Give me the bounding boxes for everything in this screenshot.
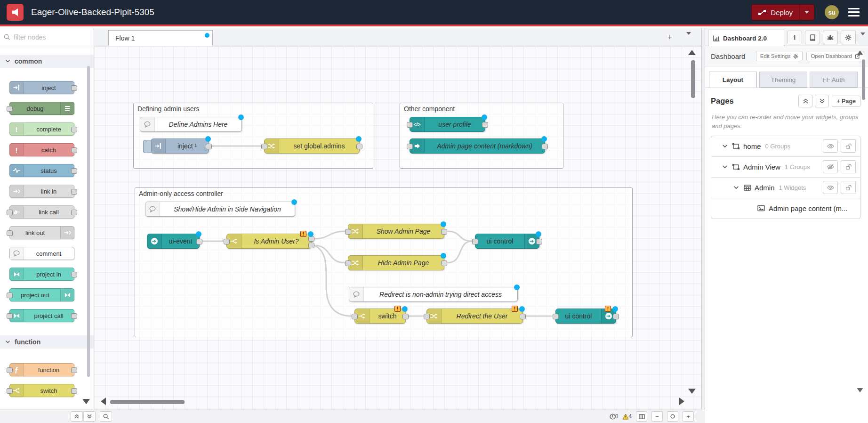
palette-node-project-in[interactable]: project in xyxy=(9,268,74,281)
palette-node-complete[interactable]: ! complete xyxy=(9,122,74,136)
navigator-toggle-button[interactable] xyxy=(636,411,647,422)
warning-icon: ! xyxy=(394,306,401,312)
palette-node-link-call[interactable]: link call xyxy=(9,205,74,219)
help-tab-button[interactable] xyxy=(805,31,820,44)
node-comment-redirect[interactable]: Redirect is non-admin trying direct acce… xyxy=(349,287,518,302)
sidebar-scroll-up-icon[interactable] xyxy=(857,50,863,55)
node-comment-showhide-admin[interactable]: Show/Hide Admin in Side Navigation xyxy=(145,202,295,217)
add-flow-button[interactable]: + xyxy=(667,33,672,41)
sidebar-splitter[interactable] xyxy=(701,28,705,423)
palette-scrollbar[interactable] xyxy=(87,66,90,377)
chevron-down-icon[interactable] xyxy=(734,186,741,189)
flow-list-button[interactable] xyxy=(686,35,691,43)
palette-category-common[interactable]: common xyxy=(0,55,94,68)
palette-scroll-down-icon[interactable] xyxy=(82,399,90,404)
tree-row-home[interactable]: home 0 Groups xyxy=(711,136,860,156)
sidebar-tab-bar: Dashboard 2.0 i xyxy=(705,28,868,46)
visibility-button[interactable] xyxy=(823,160,838,173)
warning-icon: ! xyxy=(605,306,611,312)
tab-flow-1[interactable]: Flow 1 xyxy=(108,30,213,47)
palette-node-debug[interactable]: debug xyxy=(9,102,74,115)
info-tab-button[interactable]: i xyxy=(787,31,802,44)
user-avatar[interactable]: su xyxy=(825,5,839,19)
node-inject[interactable]: inject ¹ xyxy=(151,138,209,154)
visibility-button[interactable] xyxy=(823,181,838,194)
tab-ff-auth[interactable]: FF Auth xyxy=(810,72,858,88)
node-user-profile[interactable]: </> user profile xyxy=(410,117,485,132)
palette-node-project-out[interactable]: project out xyxy=(9,288,74,301)
complete-icon: ! xyxy=(10,123,24,135)
node-switch[interactable]: switch ! xyxy=(354,309,406,324)
palette-category-function[interactable]: function xyxy=(0,335,94,349)
flow-grid[interactable]: Defining admin users Other component Adm… xyxy=(94,46,701,409)
node-admin-page-content[interactable]: Admin page content (markdown) xyxy=(410,138,545,154)
palette-node-link-out[interactable]: link out xyxy=(9,226,74,239)
lock-button[interactable] xyxy=(841,139,856,153)
expand-all-button[interactable] xyxy=(815,95,829,107)
node-is-admin-user[interactable]: Is Admin User? ! xyxy=(226,234,312,249)
palette-node-project-call[interactable]: project call xyxy=(9,309,74,322)
warning-count-toggle[interactable]: 4 xyxy=(622,413,632,420)
collapse-all-button[interactable] xyxy=(798,95,812,107)
lock-button[interactable] xyxy=(841,160,856,173)
palette-node-catch[interactable]: ! catch xyxy=(9,143,74,156)
palette-filter-input[interactable] xyxy=(13,33,80,41)
palette-node-status[interactable]: status xyxy=(9,164,74,177)
sidebar-menu-button[interactable] xyxy=(860,35,865,44)
palette-collapse-all-button[interactable] xyxy=(71,411,83,422)
tab-theming[interactable]: Theming xyxy=(759,72,807,88)
chevron-down-icon[interactable] xyxy=(723,165,730,169)
node-show-admin-page[interactable]: Show Admin Page xyxy=(348,224,444,239)
tab-dashboard-2[interactable]: Dashboard 2.0 xyxy=(708,30,784,46)
deploy-button[interactable]: Deploy xyxy=(751,4,814,20)
canvas-scroll-left-icon[interactable] xyxy=(101,398,106,405)
deploy-options-button[interactable] xyxy=(799,5,814,20)
node-hide-admin-page[interactable]: Hide Admin Page xyxy=(348,255,444,270)
palette-node-inject[interactable]: inject xyxy=(9,81,74,94)
canvas-horizontal-scrollbar[interactable] xyxy=(110,400,185,404)
zoom-out-button[interactable]: − xyxy=(651,411,663,422)
palette-node-link-in[interactable]: link in xyxy=(9,185,74,198)
double-chevron-up-icon xyxy=(803,98,808,104)
palette-expand-all-button[interactable] xyxy=(83,411,96,422)
tab-layout[interactable]: Layout xyxy=(709,72,757,88)
canvas-vertical-scrollbar[interactable] xyxy=(691,60,695,98)
page-icon xyxy=(730,163,741,171)
edit-settings-button[interactable]: Edit Settings xyxy=(756,51,803,61)
sidebar-scroll-down-icon[interactable] xyxy=(857,388,863,392)
node-ui-control-top[interactable]: ui control xyxy=(475,234,539,249)
add-page-button[interactable]: + Page xyxy=(832,96,860,107)
sidebar-scrollbar[interactable] xyxy=(862,59,865,100)
node-comment-define-admins[interactable]: Define Admins Here xyxy=(140,117,242,132)
debug-tab-button[interactable] xyxy=(823,31,838,44)
node-ui-event[interactable]: ui-event xyxy=(147,234,200,249)
palette-node-switch[interactable]: switch xyxy=(9,384,74,397)
canvas-scroll-up-icon[interactable] xyxy=(688,50,696,55)
canvas-scroll-right-icon[interactable] xyxy=(679,398,684,405)
chevron-down-icon[interactable] xyxy=(723,145,730,148)
error-count-toggle[interactable]: 0 xyxy=(610,413,619,420)
palette-search[interactable] xyxy=(0,28,94,46)
canvas-search-button[interactable] xyxy=(100,411,112,422)
tree-row-admin-view[interactable]: Admin View 1 Groups xyxy=(711,156,860,177)
palette-node-function[interactable]: ƒ function xyxy=(9,363,74,376)
zoom-in-button[interactable]: + xyxy=(683,411,694,422)
group-other-component[interactable]: Other component xyxy=(400,103,563,169)
pages-title: Pages xyxy=(711,97,796,106)
open-dashboard-button[interactable]: Open Dashboard xyxy=(806,51,864,61)
inject-button[interactable] xyxy=(143,140,152,153)
node-set-global-admins[interactable]: set global.admins xyxy=(264,138,360,154)
tree-row-admin-group[interactable]: Admin 1 Widgets xyxy=(711,177,860,198)
group-defining-admin-users[interactable]: Defining admin users xyxy=(133,103,373,169)
canvas-scroll-down-ic on[interactable] xyxy=(688,389,696,394)
node-ui-control-bottom[interactable]: ui control ! xyxy=(555,309,616,324)
main-menu-button[interactable] xyxy=(848,8,860,17)
palette-node-comment[interactable]: comment xyxy=(9,247,74,260)
zoom-reset-button[interactable] xyxy=(667,411,678,422)
config-tab-button[interactable] xyxy=(841,31,856,44)
visibility-button[interactable] xyxy=(823,139,838,153)
dashboard-panel-header: Dashboard Edit Settings Open Dashboard xyxy=(705,46,868,66)
tree-row-admin-page-content-widget[interactable]: Admin page content (m... xyxy=(711,198,860,219)
lock-button[interactable] xyxy=(841,181,856,194)
node-redirect-the-user[interactable]: Redirect the User ! xyxy=(426,309,523,324)
